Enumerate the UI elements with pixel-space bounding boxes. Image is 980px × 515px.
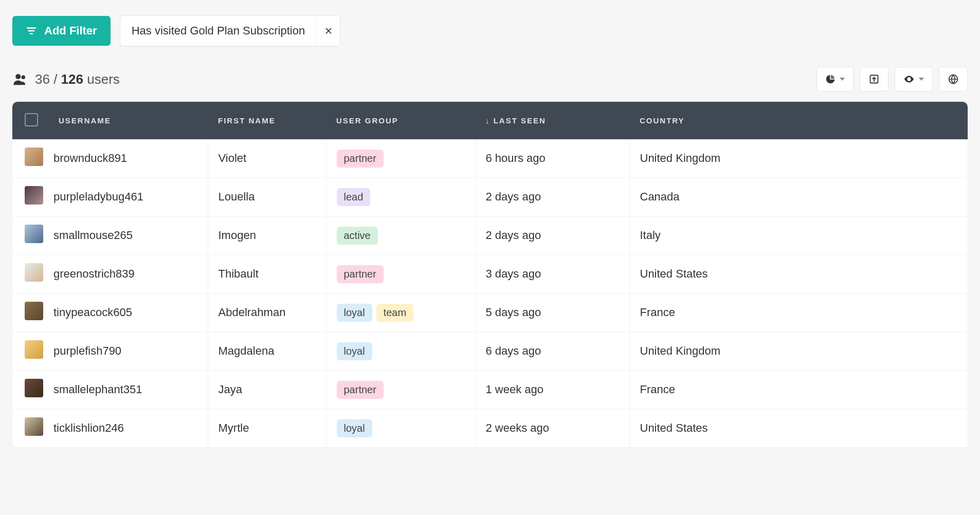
column-first-name[interactable]: FIRST NAME: [208, 102, 326, 139]
svg-point-5: [15, 74, 21, 79]
cell-user-group: partner: [326, 139, 475, 178]
users-table: USERNAME FIRST NAME USER GROUP ↓ LAST SE…: [12, 102, 968, 448]
count-suffix: users: [87, 71, 120, 87]
cell-user-group: active: [326, 216, 475, 255]
cell-user-group: partner: [326, 255, 475, 293]
eye-icon: [903, 73, 915, 85]
chart-button[interactable]: [816, 67, 854, 91]
cell-first-name: Jaya: [208, 371, 326, 409]
cell-username: brownduck891: [48, 139, 208, 178]
cell-username: greenostrich839: [48, 255, 208, 293]
filter-bar: Add Filter Has visited Gold Plan Subscri…: [12, 15, 968, 46]
cell-country: United States: [629, 409, 968, 448]
filter-chip-remove-button[interactable]: [316, 16, 340, 46]
filter-icon: [26, 25, 37, 36]
cell-last-seen: 6 days ago: [475, 332, 629, 371]
avatar: [25, 379, 43, 397]
avatar: [25, 225, 43, 243]
table-row[interactable]: ticklishlion246Myrtleloyal2 weeks agoUni…: [12, 409, 968, 448]
cell-first-name: Imogen: [208, 216, 326, 255]
cell-username: purplefish790: [48, 332, 208, 371]
cell-user-group: loyal: [326, 409, 475, 448]
group-tag: active: [337, 227, 378, 245]
visibility-button[interactable]: [895, 67, 933, 91]
cell-username: purpleladybug461: [48, 178, 208, 216]
table-row[interactable]: smallmouse265Imogenactive2 days agoItaly: [12, 216, 968, 255]
filter-chip-label: Has visited Gold Plan Subscription: [120, 16, 317, 46]
cell-country: Canada: [629, 178, 968, 216]
column-last-seen[interactable]: ↓ LAST SEEN: [475, 102, 629, 139]
table-row[interactable]: purpleladybug461Louellalead2 days agoCan…: [12, 178, 968, 216]
group-tag: partner: [337, 265, 384, 283]
table-row[interactable]: smallelephant351Jayapartner1 week agoFra…: [12, 371, 968, 409]
column-user-group[interactable]: USER GROUP: [326, 102, 475, 139]
globe-button[interactable]: [939, 67, 968, 91]
avatar: [25, 148, 43, 166]
export-button[interactable]: [860, 67, 888, 91]
cell-user-group: lead: [326, 178, 475, 216]
cell-country: Italy: [629, 216, 968, 255]
total-count: 126: [61, 71, 83, 87]
cell-user-group: partner: [326, 371, 475, 409]
table-row[interactable]: tinypeacock605Abdelrahmanloyalteam5 days…: [12, 293, 968, 332]
chevron-down-icon: [919, 78, 924, 81]
table-header: USERNAME FIRST NAME USER GROUP ↓ LAST SE…: [12, 102, 968, 139]
users-count: 36 / 126 users: [12, 71, 120, 87]
cell-last-seen: 2 weeks ago: [475, 409, 629, 448]
add-filter-button[interactable]: Add Filter: [12, 16, 111, 46]
cell-first-name: Abdelrahman: [208, 293, 326, 332]
column-country[interactable]: COUNTRY: [629, 102, 968, 139]
group-tag: team: [376, 304, 413, 322]
table-row[interactable]: greenostrich839Thibaultpartner3 days ago…: [12, 255, 968, 293]
avatar: [25, 263, 43, 282]
cell-user-group: loyal: [326, 332, 475, 371]
filtered-count: 36: [35, 71, 50, 87]
group-tag: loyal: [337, 342, 372, 360]
cell-first-name: Myrtle: [208, 409, 326, 448]
pie-chart-icon: [825, 74, 836, 84]
avatar: [25, 302, 43, 320]
cell-country: France: [629, 293, 968, 332]
cell-first-name: Violet: [208, 139, 326, 178]
cell-username: smallelephant351: [48, 371, 208, 409]
cell-country: United Kingdom: [629, 332, 968, 371]
close-icon: [324, 27, 333, 35]
cell-username: ticklishlion246: [48, 409, 208, 448]
cell-first-name: Thibault: [208, 255, 326, 293]
sort-desc-icon: ↓: [485, 116, 494, 125]
filter-chip[interactable]: Has visited Gold Plan Subscription: [120, 15, 341, 46]
globe-icon: [948, 74, 958, 84]
table-row[interactable]: purplefish790Magdalenaloyal6 days agoUni…: [12, 332, 968, 371]
cell-last-seen: 3 days ago: [475, 255, 629, 293]
group-tag: partner: [337, 381, 384, 399]
svg-point-6: [22, 76, 26, 80]
cell-username: tinypeacock605: [48, 293, 208, 332]
cell-last-seen: 5 days ago: [475, 293, 629, 332]
cell-first-name: Louella: [208, 178, 326, 216]
people-icon: [12, 71, 28, 87]
export-icon: [869, 74, 879, 84]
add-filter-label: Add Filter: [44, 24, 97, 38]
cell-last-seen: 6 hours ago: [475, 139, 629, 178]
cell-username: smallmouse265: [48, 216, 208, 255]
cell-country: United States: [629, 255, 968, 293]
cell-user-group: loyalteam: [326, 293, 475, 332]
avatar: [25, 417, 43, 436]
toolbar: [816, 67, 968, 91]
svg-point-9: [908, 78, 910, 80]
chevron-down-icon: [840, 78, 845, 81]
avatar: [25, 186, 43, 205]
cell-last-seen: 2 days ago: [475, 178, 629, 216]
group-tag: loyal: [337, 304, 372, 322]
cell-country: United Kingdom: [629, 139, 968, 178]
cell-first-name: Magdalena: [208, 332, 326, 371]
cell-last-seen: 1 week ago: [475, 371, 629, 409]
group-tag: lead: [337, 188, 371, 206]
group-tag: loyal: [337, 419, 372, 437]
select-all-checkbox[interactable]: [25, 113, 38, 126]
group-tag: partner: [337, 150, 384, 168]
cell-last-seen: 2 days ago: [475, 216, 629, 255]
sub-bar: 36 / 126 users: [12, 67, 968, 91]
table-row[interactable]: brownduck891Violetpartner6 hours agoUnit…: [12, 139, 968, 178]
column-username[interactable]: USERNAME: [48, 102, 208, 139]
